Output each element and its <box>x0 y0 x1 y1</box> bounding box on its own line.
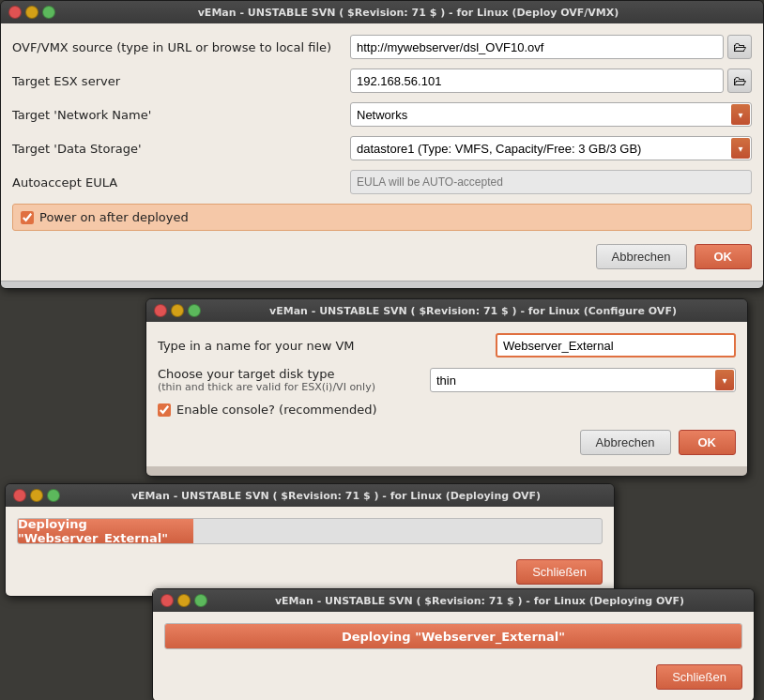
eula-control <box>350 170 752 194</box>
maximize-button-3[interactable] <box>47 489 60 502</box>
win3-close-button[interactable]: Schließen <box>516 559 603 585</box>
network-select[interactable]: Networks <box>350 102 752 127</box>
minimize-button-3[interactable] <box>30 489 43 502</box>
ovf-source-control: 🗁 <box>350 35 752 59</box>
progress-bar-wrap-2: Deploying "Webserver_External" <box>164 623 742 649</box>
win2-button-row: Abbrechen OK <box>158 426 736 455</box>
vm-name-row: Type in a name for your new VM <box>158 333 736 358</box>
win4-close-button[interactable]: Schließen <box>656 664 742 690</box>
esx-server-control: 🗁 <box>350 68 752 93</box>
vm-name-label: Type in a name for your new VM <box>158 339 496 353</box>
window-controls[interactable] <box>8 6 55 19</box>
close-button[interactable] <box>8 6 22 19</box>
network-select-wrap: Networks ▾ <box>350 102 752 127</box>
power-on-checkbox[interactable] <box>21 211 34 224</box>
window-controls-2[interactable] <box>154 304 201 317</box>
titlebar-deploying-2: vEMan - UNSTABLE SVN ( $Revision: 71 $ )… <box>153 589 754 612</box>
esx-server-row: Target ESX server 🗁 <box>12 68 752 93</box>
deploying-text-1: Deploying "Webserver_External" <box>18 518 193 544</box>
win1-ok-button[interactable]: OK <box>695 244 753 269</box>
window-deploy-ovf[interactable]: vEMan - UNSTABLE SVN ( $Revision: 71 $ )… <box>0 0 764 289</box>
disk-type-select[interactable]: thin <box>430 368 736 392</box>
window-title-3: vEMan - UNSTABLE SVN ( $Revision: 71 $ )… <box>66 490 606 502</box>
window-controls-3[interactable] <box>13 489 60 502</box>
maximize-button-4[interactable] <box>194 594 207 607</box>
window-body-deploy: OVF/VMX source (type in URL or browse to… <box>1 23 763 281</box>
minimize-button-2[interactable] <box>171 304 184 317</box>
data-storage-label: Target 'Data Storage' <box>12 142 350 156</box>
ovf-source-label: OVF/VMX source (type in URL or browse to… <box>12 40 350 54</box>
maximize-button-2[interactable] <box>188 304 201 317</box>
window-deploying-2[interactable]: vEMan - UNSTABLE SVN ( $Revision: 71 $ )… <box>152 588 755 700</box>
eula-input <box>350 170 752 194</box>
window-deploying-1[interactable]: vEMan - UNSTABLE SVN ( $Revision: 71 $ )… <box>5 483 615 597</box>
window-configure-ovf[interactable]: vEMan - UNSTABLE SVN ( $Revision: 71 $ )… <box>145 298 748 477</box>
folder-icon: 🗁 <box>733 73 746 88</box>
win2-cancel-button[interactable]: Abbrechen <box>580 430 671 455</box>
window-controls-4[interactable] <box>160 594 207 607</box>
network-name-label: Target 'Network Name' <box>12 108 350 122</box>
esx-browse-button[interactable]: 🗁 <box>727 68 752 93</box>
win1-button-row: Abbrechen OK <box>12 240 752 269</box>
win4-button-row: Schließen <box>164 661 742 690</box>
minimize-button-4[interactable] <box>177 594 191 607</box>
folder-icon: 🗁 <box>733 39 746 54</box>
storage-select[interactable]: datastore1 (Type: VMFS, Capacity/Free: 3… <box>350 136 752 160</box>
eula-label: Autoaccept EULA <box>12 175 350 190</box>
eula-row: Autoaccept EULA <box>12 170 752 194</box>
maximize-button[interactable] <box>42 6 55 19</box>
network-name-row: Target 'Network Name' Networks ▾ <box>12 102 752 127</box>
console-label: Enable console? (recommended) <box>176 403 377 417</box>
disk-type-row: Choose your target disk type (thin and t… <box>158 367 736 393</box>
disk-type-sublabel: (thin and thick are valid for ESX(i)/VI … <box>158 381 430 393</box>
disk-type-control: thin ▾ <box>430 368 736 392</box>
close-button-2[interactable] <box>154 304 167 317</box>
win1-cancel-button[interactable]: Abbrechen <box>596 244 687 269</box>
window-body-configure: Type in a name for your new VM Choose yo… <box>146 322 747 466</box>
close-button-4[interactable] <box>160 594 174 607</box>
bottom-hint-2 <box>146 466 747 476</box>
progress-bar-1: Deploying "Webserver_External" <box>18 519 193 543</box>
esx-server-input[interactable] <box>350 68 724 93</box>
storage-select-wrap: datastore1 (Type: VMFS, Capacity/Free: 3… <box>350 136 752 160</box>
minimize-button[interactable] <box>25 6 38 19</box>
data-storage-control: datastore1 (Type: VMFS, Capacity/Free: 3… <box>350 136 752 160</box>
power-on-label: Power on after deployed <box>39 210 189 224</box>
close-button-3[interactable] <box>13 489 26 502</box>
progress-bar-wrap-1: Deploying "Webserver_External" <box>17 518 603 544</box>
window-body-deploying-1: Deploying "Webserver_External" Schließen <box>6 507 614 596</box>
ovf-source-input[interactable] <box>350 35 724 59</box>
window-title-2: vEMan - UNSTABLE SVN ( $Revision: 71 $ )… <box>206 305 740 317</box>
win2-ok-button[interactable]: OK <box>679 430 737 455</box>
window-title-4: vEMan - UNSTABLE SVN ( $Revision: 71 $ )… <box>213 595 746 607</box>
deploying-text-2: Deploying "Webserver_External" <box>342 630 565 644</box>
scrollbar-area <box>1 281 763 288</box>
data-storage-row: Target 'Data Storage' datastore1 (Type: … <box>12 136 752 160</box>
titlebar-configure: vEMan - UNSTABLE SVN ( $Revision: 71 $ )… <box>146 299 747 322</box>
disk-type-select-wrap: thin ▾ <box>430 368 736 392</box>
ovf-browse-button[interactable]: 🗁 <box>727 35 752 59</box>
vm-name-input[interactable] <box>496 333 736 358</box>
win3-button-row: Schließen <box>17 555 603 585</box>
vm-name-control <box>496 333 736 358</box>
titlebar-deploying-1: vEMan - UNSTABLE SVN ( $Revision: 71 $ )… <box>6 484 614 507</box>
disk-type-label-wrap: Choose your target disk type (thin and t… <box>158 367 430 393</box>
network-name-control: Networks ▾ <box>350 102 752 127</box>
power-on-row: Power on after deployed <box>12 204 752 231</box>
console-checkbox[interactable] <box>158 403 171 417</box>
window-body-deploying-2: Deploying "Webserver_External" Schließen <box>153 612 754 700</box>
ovf-source-row: OVF/VMX source (type in URL or browse to… <box>12 35 752 59</box>
titlebar-deploy: vEMan - UNSTABLE SVN ( $Revision: 71 $ )… <box>1 1 763 23</box>
progress-bar-2: Deploying "Webserver_External" <box>165 624 741 648</box>
window-title: vEMan - UNSTABLE SVN ( $Revision: 71 $ )… <box>61 7 756 19</box>
esx-server-label: Target ESX server <box>12 74 350 88</box>
console-row: Enable console? (recommended) <box>158 403 736 417</box>
